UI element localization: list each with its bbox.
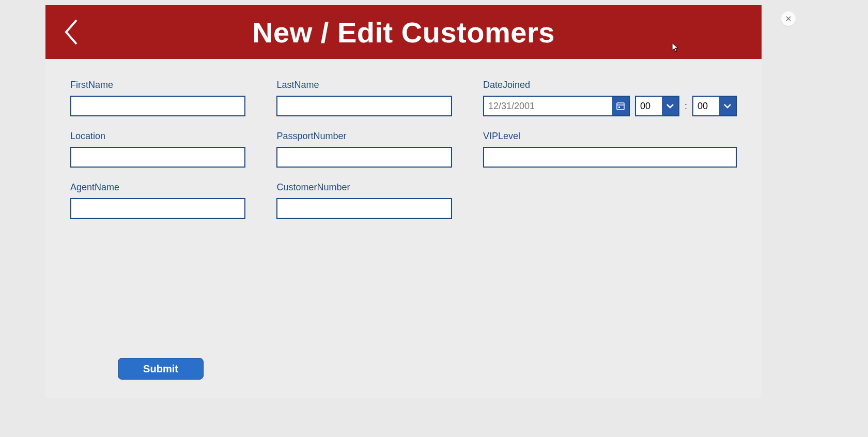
date-picker-button[interactable] (612, 97, 629, 115)
passportnumber-label: PassportNumber (276, 131, 452, 142)
customernumber-input[interactable] (276, 198, 452, 219)
close-icon (785, 15, 792, 22)
location-label: Location (70, 131, 245, 142)
datejoined-row: 00 : 00 (483, 96, 737, 116)
viplevel-label: VIPLevel (483, 131, 737, 142)
lastname-label: LastName (276, 80, 452, 91)
close-button[interactable] (781, 11, 796, 26)
location-input[interactable] (70, 147, 245, 168)
empty-cell (483, 182, 737, 219)
field-customernumber: CustomerNumber (276, 182, 452, 219)
minute-dropdown[interactable]: 00 (692, 96, 737, 116)
lastname-input[interactable] (276, 96, 452, 116)
customernumber-label: CustomerNumber (276, 182, 452, 193)
field-location: Location (70, 131, 245, 168)
chevron-left-icon (62, 18, 81, 46)
minute-value: 00 (693, 97, 719, 115)
field-firstname: FirstName (70, 80, 245, 116)
hour-dropdown-arrow[interactable] (662, 97, 678, 115)
svg-rect-2 (618, 107, 620, 108)
time-separator: : (685, 101, 687, 112)
field-lastname: LastName (276, 80, 452, 116)
agentname-label: AgentName (70, 182, 245, 193)
form-page: New / Edit Customers FirstName LastName … (45, 5, 762, 398)
chevron-down-icon (723, 103, 732, 109)
back-button[interactable] (60, 16, 83, 49)
minute-dropdown-arrow[interactable] (719, 97, 736, 115)
header-bar: New / Edit Customers (45, 5, 762, 59)
firstname-input[interactable] (70, 96, 245, 116)
field-datejoined: DateJoined 00 (483, 80, 737, 116)
hour-value: 00 (636, 97, 662, 115)
field-agentname: AgentName (70, 182, 245, 219)
field-passportnumber: PassportNumber (276, 131, 452, 168)
svg-rect-0 (617, 103, 624, 110)
submit-button[interactable]: Submit (118, 358, 204, 380)
calendar-icon (616, 101, 625, 111)
date-input[interactable] (484, 97, 612, 115)
field-viplevel: VIPLevel (483, 131, 737, 168)
agentname-input[interactable] (70, 198, 245, 219)
form-area: FirstName LastName DateJoined (45, 59, 762, 219)
chevron-down-icon (665, 103, 675, 109)
hour-dropdown[interactable]: 00 (635, 96, 679, 116)
page-title: New / Edit Customers (45, 16, 762, 49)
passportnumber-input[interactable] (276, 147, 452, 168)
viplevel-input[interactable] (483, 147, 737, 168)
date-input-wrap (483, 96, 630, 116)
datejoined-label: DateJoined (483, 80, 737, 91)
firstname-label: FirstName (70, 80, 245, 91)
